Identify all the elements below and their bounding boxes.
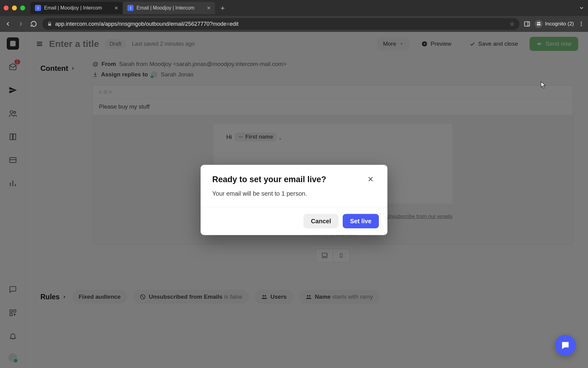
window-minimize-button[interactable]	[12, 6, 17, 10]
lock-icon	[47, 21, 52, 26]
modal-close-button[interactable]: ✕	[365, 174, 376, 185]
incognito-label: Incognito (2)	[545, 21, 574, 27]
tab-title: Email | Moodjoy | Intercom	[44, 5, 102, 11]
svg-point-5	[581, 23, 582, 24]
address-bar[interactable]: app.intercom.com/a/apps/nnsgmgob/outboun…	[42, 18, 519, 30]
url-text: app.intercom.com/a/apps/nnsgmgob/outboun…	[55, 21, 239, 27]
intercom-icon	[560, 340, 570, 350]
modal-body-text: Your email will be sent to 1 person.	[201, 187, 387, 207]
browser-toolbar: app.intercom.com/a/apps/nnsgmgob/outboun…	[0, 16, 588, 32]
close-tab-icon[interactable]: ✕	[207, 5, 211, 11]
browser-reload-button[interactable]	[29, 20, 38, 28]
browser-back-button[interactable]	[4, 20, 12, 28]
cancel-button[interactable]: Cancel	[303, 214, 338, 228]
svg-point-3	[539, 24, 541, 25]
svg-rect-0	[524, 22, 530, 26]
svg-point-6	[581, 25, 582, 26]
svg-point-4	[581, 22, 582, 23]
browser-tab-1[interactable]: ⦀ Email | Moodjoy | Intercom ✕	[31, 2, 123, 14]
browser-tab-strip: ⦀ Email | Moodjoy | Intercom ✕ ⦀ Email |…	[0, 0, 588, 16]
incognito-indicator[interactable]: Incognito (2)	[535, 20, 574, 28]
close-tab-icon[interactable]: ✕	[114, 5, 118, 11]
svg-point-2	[537, 24, 539, 25]
window-zoom-button[interactable]	[20, 6, 25, 10]
browser-tab-2[interactable]: ⦀ Email | Moodjoy | Intercom ✕	[123, 2, 215, 14]
intercom-launcher[interactable]	[555, 335, 576, 356]
bookmark-star-icon[interactable]: ☆	[510, 21, 514, 27]
tab-list: ⦀ Email | Moodjoy | Intercom ✕ ⦀ Email |…	[31, 2, 226, 14]
browser-forward-button[interactable]	[17, 20, 25, 28]
panel-icon[interactable]	[524, 21, 530, 27]
app-root: 1 Enter a title Draft Last saved 2 minut…	[0, 32, 588, 368]
intercom-favicon-icon: ⦀	[127, 5, 134, 11]
intercom-favicon-icon: ⦀	[35, 5, 41, 11]
new-tab-button[interactable]: ＋	[219, 3, 226, 13]
set-live-modal: Ready to set your email live? ✕ Your ema…	[201, 165, 387, 235]
modal-title: Ready to set your email live?	[212, 174, 326, 184]
window-close-button[interactable]	[4, 6, 9, 10]
browser-menu-icon[interactable]	[578, 21, 584, 27]
tabs-overflow-icon[interactable]	[579, 5, 584, 11]
window-controls	[4, 6, 25, 10]
set-live-button[interactable]: Set live	[343, 214, 379, 228]
incognito-icon	[535, 20, 543, 28]
tab-title: Email | Moodjoy | Intercom	[137, 5, 194, 11]
